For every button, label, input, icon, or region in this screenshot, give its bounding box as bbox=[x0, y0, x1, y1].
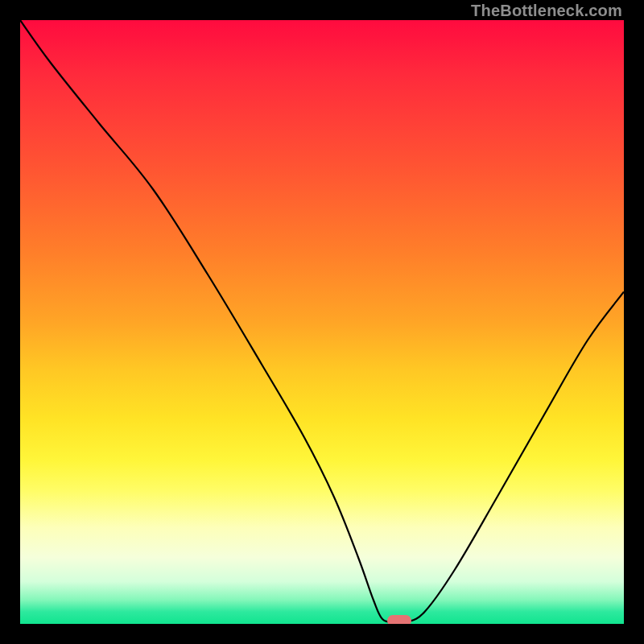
bottleneck-curve bbox=[20, 20, 624, 624]
optimal-point-marker bbox=[387, 615, 411, 625]
plot-area bbox=[20, 20, 624, 624]
chart-frame: TheBottleneck.com bbox=[0, 0, 644, 644]
watermark-text: TheBottleneck.com bbox=[471, 2, 622, 20]
